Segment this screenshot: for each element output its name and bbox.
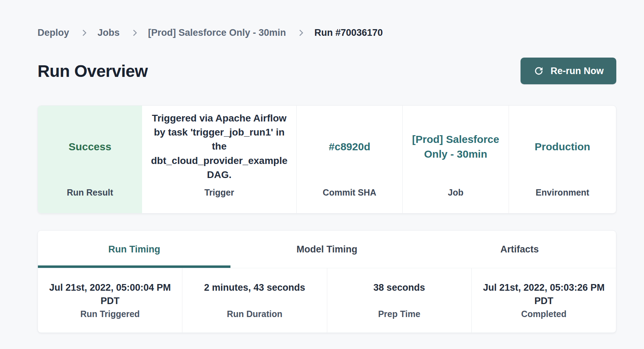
tab-artifacts[interactable]: Artifacts bbox=[423, 231, 616, 268]
run-triggered-value: Jul 21st, 2022, 05:00:04 PM PDT bbox=[45, 281, 175, 308]
rerun-now-label: Re-run Now bbox=[551, 66, 604, 77]
run-summary-row: Success Run Result Triggered via Apache … bbox=[38, 105, 616, 213]
run-detail-panel: Run Timing Model Timing Artifacts Jul 21… bbox=[38, 230, 616, 333]
card-completed: Jul 21st, 2022, 05:03:26 PM PDT Complete… bbox=[471, 268, 616, 332]
card-commit-sha: #c8920d Commit SHA bbox=[296, 106, 402, 213]
breadcrumb-item-deploy[interactable]: Deploy bbox=[38, 27, 69, 38]
active-tab-underline bbox=[38, 265, 230, 268]
breadcrumb: Deploy Jobs [Prod] Salesforce Only - 30m… bbox=[38, 27, 616, 39]
run-duration-value: 2 minutes, 43 seconds bbox=[204, 281, 305, 308]
run-duration-label: Run Duration bbox=[227, 309, 282, 319]
tab-artifacts-label: Artifacts bbox=[501, 244, 539, 255]
environment-link[interactable]: Production bbox=[535, 139, 590, 154]
run-result-value: Success bbox=[69, 139, 112, 154]
commit-sha-link[interactable]: #c8920d bbox=[329, 139, 370, 154]
completed-value: Jul 21st, 2022, 05:03:26 PM PDT bbox=[479, 281, 609, 308]
tab-bar: Run Timing Model Timing Artifacts bbox=[38, 231, 616, 268]
card-run-duration: 2 minutes, 43 seconds Run Duration bbox=[182, 268, 327, 332]
breadcrumb-item-run-number: Run #70036170 bbox=[314, 27, 383, 38]
prep-time-value: 38 seconds bbox=[374, 281, 425, 308]
refresh-icon bbox=[533, 65, 544, 77]
trigger-label: Trigger bbox=[204, 187, 234, 198]
breadcrumb-item-job-name[interactable]: [Prod] Salesforce Only - 30min bbox=[148, 27, 286, 38]
tab-model-timing[interactable]: Model Timing bbox=[230, 231, 423, 268]
commit-sha-label: Commit SHA bbox=[323, 187, 376, 198]
page-header: Run Overview Re-run Now bbox=[38, 58, 616, 84]
prep-time-label: Prep Time bbox=[378, 309, 420, 319]
run-timing-grid: Jul 21st, 2022, 05:00:04 PM PDT Run Trig… bbox=[38, 268, 616, 332]
tab-model-timing-label: Model Timing bbox=[296, 244, 357, 255]
run-triggered-label: Run Triggered bbox=[80, 309, 140, 319]
completed-label: Completed bbox=[521, 309, 566, 319]
tab-run-timing[interactable]: Run Timing bbox=[38, 231, 230, 268]
chevron-right-icon bbox=[80, 29, 86, 36]
card-run-triggered: Jul 21st, 2022, 05:00:04 PM PDT Run Trig… bbox=[38, 268, 182, 332]
chevron-right-icon bbox=[297, 29, 303, 36]
card-environment: Production Environment bbox=[509, 106, 616, 213]
card-run-result: Success Run Result bbox=[38, 106, 142, 213]
page-title: Run Overview bbox=[38, 61, 148, 81]
card-prep-time: 38 seconds Prep Time bbox=[327, 268, 471, 332]
breadcrumb-item-jobs[interactable]: Jobs bbox=[98, 27, 120, 38]
job-label: Job bbox=[448, 187, 463, 198]
chevron-right-icon bbox=[130, 29, 137, 36]
card-job: [Prod] Salesforce Only - 30min Job bbox=[402, 106, 509, 213]
rerun-now-button[interactable]: Re-run Now bbox=[521, 58, 617, 84]
card-trigger: Triggered via Apache Airflow by task 'tr… bbox=[142, 106, 296, 213]
trigger-value: Triggered via Apache Airflow by task 'tr… bbox=[150, 111, 289, 182]
run-overview-page: Deploy Jobs [Prod] Salesforce Only - 30m… bbox=[38, 27, 616, 333]
environment-label: Environment bbox=[536, 187, 589, 198]
tab-run-timing-label: Run Timing bbox=[108, 244, 160, 255]
job-link[interactable]: [Prod] Salesforce Only - 30min bbox=[410, 132, 501, 161]
run-result-label: Run Result bbox=[67, 187, 113, 198]
